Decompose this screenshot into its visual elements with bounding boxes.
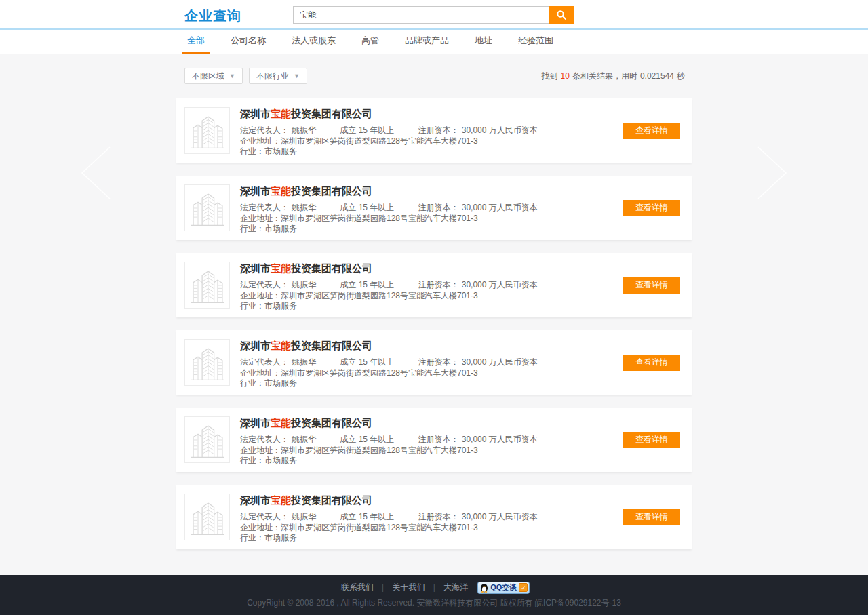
company-address-row: 企业地址：深圳市罗湖区笋岗街道梨园路128号宝能汽车大楼701-3 <box>240 445 623 456</box>
company-industry-row: 行业：市场服务 <box>240 456 623 467</box>
legal-rep-label: 法定代表人： <box>240 435 289 444</box>
next-arrow-icon[interactable] <box>757 146 788 203</box>
search-button[interactable] <box>549 6 574 24</box>
link-separator: ｜ <box>379 582 387 593</box>
view-details-button[interactable]: 查看详情 <box>623 200 680 216</box>
tab-1[interactable]: 公司名称 <box>225 30 271 54</box>
legal-rep-label: 法定代表人： <box>240 125 289 135</box>
company-industry-row: 行业：市场服务 <box>240 533 623 544</box>
address-label: 企业地址： <box>240 136 281 146</box>
company-result-card: 深圳市宝能投资集团有限公司 法定代表人：姚振华 成立 15 年以上 注册资本：3… <box>176 408 692 472</box>
company-thumbnail <box>184 339 230 386</box>
capital-value: 30,000 万人民币资本 <box>462 125 538 135</box>
tab-0[interactable]: 全部 <box>182 30 210 54</box>
company-meta-row: 法定代表人：姚振华 成立 15 年以上 注册资本：30,000 万人民币资本 <box>240 280 623 291</box>
address-label: 企业地址： <box>240 445 281 455</box>
search-category-tabs: 全部公司名称法人或股东高管品牌或产品地址经验范围 <box>0 30 868 54</box>
building-icon <box>189 343 226 382</box>
search-icon <box>556 9 567 20</box>
company-meta-row: 法定代表人：姚振华 成立 15 年以上 注册资本：30,000 万人民币资本 <box>240 435 623 445</box>
tab-2[interactable]: 法人或股东 <box>286 30 341 54</box>
footer-link-0[interactable]: 联系我们 <box>341 582 374 593</box>
company-info: 深圳市宝能投资集团有限公司 法定代表人：姚振华 成立 15 年以上 注册资本：3… <box>240 339 623 386</box>
industry-label: 行业： <box>240 456 264 465</box>
address-label: 企业地址： <box>240 291 281 300</box>
company-industry-row: 行业：市场服务 <box>240 301 623 312</box>
region-filter-dropdown[interactable]: 不限区域 ▼ <box>184 68 243 84</box>
view-details-button[interactable]: 查看详情 <box>623 355 680 371</box>
company-name[interactable]: 深圳市宝能投资集团有限公司 <box>240 494 623 507</box>
company-name-suffix: 投资集团有限公司 <box>291 108 372 119</box>
company-address-row: 企业地址：深圳市罗湖区笋岗街道梨园路128号宝能汽车大楼701-3 <box>240 136 623 147</box>
company-result-card: 深圳市宝能投资集团有限公司 法定代表人：姚振华 成立 15 年以上 注册资本：3… <box>176 330 692 395</box>
company-name[interactable]: 深圳市宝能投资集团有限公司 <box>240 417 623 430</box>
industry-value: 市场服务 <box>264 301 297 311</box>
company-thumbnail <box>184 494 230 540</box>
address-value: 深圳市罗湖区笋岗街道梨园路128号宝能汽车大楼701-3 <box>281 445 478 455</box>
view-details-button[interactable]: 查看详情 <box>623 509 680 525</box>
tab-3[interactable]: 高管 <box>356 30 384 54</box>
industry-label: 行业： <box>240 224 264 233</box>
summary-unit: 秒 <box>677 71 685 81</box>
results-list: 深圳市宝能投资集团有限公司 法定代表人：姚振华 成立 15 年以上 注册资本：3… <box>176 98 692 549</box>
query-time: 0.021544 <box>640 71 674 81</box>
search-input[interactable] <box>293 6 549 24</box>
capital-label: 注册资本： <box>418 435 459 444</box>
industry-label: 行业： <box>240 533 264 542</box>
company-name[interactable]: 深圳市宝能投资集团有限公司 <box>240 108 623 121</box>
legal-rep-label: 法定代表人： <box>240 280 289 290</box>
company-info: 深圳市宝能投资集团有限公司 法定代表人：姚振华 成立 15 年以上 注册资本：3… <box>240 494 623 540</box>
building-icon <box>189 498 226 537</box>
address-label: 企业地址： <box>240 523 281 532</box>
results-summary: 找到10条相关结果，用时0.021544秒 <box>540 71 686 82</box>
company-name-highlight: 宝能 <box>271 262 291 274</box>
qq-chat-button[interactable]: QQ交谈 ✓ <box>477 582 530 594</box>
industry-filter-label: 不限行业 <box>256 71 289 82</box>
company-name[interactable]: 深圳市宝能投资集团有限公司 <box>240 262 623 275</box>
summary-middle: 条相关结果，用时 <box>572 71 637 81</box>
industry-value: 市场服务 <box>264 224 297 233</box>
company-thumbnail <box>184 262 230 309</box>
company-name-highlight: 宝能 <box>271 340 291 351</box>
capital-value: 30,000 万人民币资本 <box>462 203 538 212</box>
filter-row: 不限区域 ▼ 不限行业 ▼ 找到10条相关结果，用时0.021544秒 <box>176 54 692 84</box>
company-name[interactable]: 深圳市宝能投资集团有限公司 <box>240 340 623 353</box>
company-name-prefix: 深圳市 <box>240 108 271 119</box>
address-value: 深圳市罗湖区笋岗街道梨园路128号宝能汽车大楼701-3 <box>281 214 478 223</box>
building-icon <box>189 420 226 460</box>
company-info: 深圳市宝能投资集团有限公司 法定代表人：姚振华 成立 15 年以上 注册资本：3… <box>240 262 623 309</box>
company-result-card: 深圳市宝能投资集团有限公司 法定代表人：姚振华 成立 15 年以上 注册资本：3… <box>176 253 692 317</box>
footer-link-2[interactable]: 大海洋 <box>443 582 468 593</box>
industry-filter-dropdown[interactable]: 不限行业 ▼ <box>249 68 307 84</box>
address-label: 企业地址： <box>240 214 281 223</box>
capital-value: 30,000 万人民币资本 <box>462 512 538 521</box>
tab-5[interactable]: 地址 <box>469 30 498 54</box>
company-industry-row: 行业：市场服务 <box>240 146 623 157</box>
legal-rep-value: 姚振华 <box>292 512 316 521</box>
view-details-button[interactable]: 查看详情 <box>623 123 680 139</box>
prev-arrow-icon[interactable] <box>80 146 111 203</box>
footer-link-1[interactable]: 关于我们 <box>392 582 425 593</box>
tab-4[interactable]: 品牌或产品 <box>399 30 454 54</box>
view-details-button[interactable]: 查看详情 <box>623 277 680 294</box>
qq-penguin-icon <box>480 583 488 593</box>
header: 企业查询 <box>0 0 868 30</box>
capital-value: 30,000 万人民币资本 <box>462 435 538 444</box>
industry-value: 市场服务 <box>264 533 297 542</box>
company-name[interactable]: 深圳市宝能投资集团有限公司 <box>240 185 623 198</box>
company-name-highlight: 宝能 <box>271 108 291 119</box>
company-name-suffix: 投资集团有限公司 <box>291 417 372 429</box>
legal-rep-value: 姚振华 <box>292 203 316 212</box>
tab-6[interactable]: 经验范围 <box>513 30 559 54</box>
capital-label: 注册资本： <box>418 357 459 367</box>
footer-links: 联系我们｜关于我们｜大海洋 QQ交谈 ✓ <box>338 582 530 594</box>
company-address-row: 企业地址：深圳市罗湖区笋岗街道梨园路128号宝能汽车大楼701-3 <box>240 368 623 379</box>
established-value: 成立 15 年以上 <box>340 203 394 212</box>
capital-label: 注册资本： <box>418 512 459 521</box>
industry-value: 市场服务 <box>264 456 297 465</box>
view-details-button[interactable]: 查看详情 <box>623 432 680 448</box>
industry-label: 行业： <box>240 301 264 311</box>
established-value: 成立 15 年以上 <box>340 512 394 521</box>
address-value: 深圳市罗湖区笋岗街道梨园路128号宝能汽车大楼701-3 <box>281 291 478 300</box>
address-label: 企业地址： <box>240 368 281 378</box>
